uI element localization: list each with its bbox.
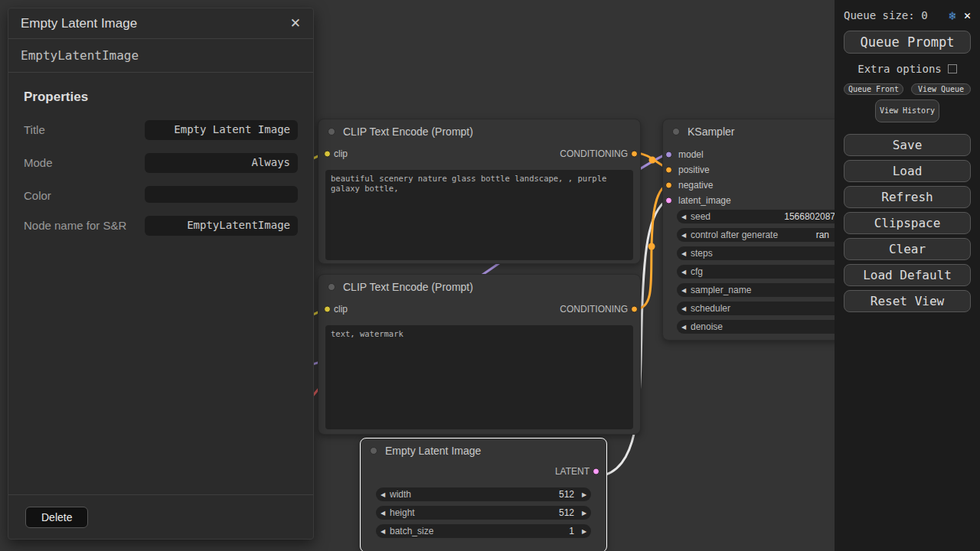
field-label: Mode xyxy=(24,153,53,169)
queue-size-label: Queue size: 0 xyxy=(844,9,949,21)
close-icon[interactable]: ✕ xyxy=(964,8,971,22)
increment-arrow-icon[interactable]: ▶ xyxy=(577,528,591,535)
negative-input-label: negative xyxy=(678,180,713,191)
color-input[interactable] xyxy=(145,186,298,203)
widget-cfg[interactable]: ◀ cfg xyxy=(677,265,857,279)
node-header[interactable]: CLIP Text Encode (Prompt) xyxy=(318,275,640,299)
clip-input-label: clip xyxy=(334,304,348,315)
field-label: Node name for S&R xyxy=(24,216,126,232)
widget-batch-size[interactable]: ◀ batch_size 1 ▶ xyxy=(376,524,591,538)
clear-button[interactable]: Clear xyxy=(844,238,971,260)
widget-seed[interactable]: ◀ seed 1566802087 xyxy=(677,210,857,223)
queue-front-button[interactable]: Queue Front xyxy=(844,83,903,95)
model-input-label: model xyxy=(678,149,704,160)
latent-output-dot[interactable] xyxy=(593,468,599,475)
decrement-arrow-icon[interactable]: ◀ xyxy=(677,232,691,239)
widget-sampler-name[interactable]: ◀ sampler_name xyxy=(677,283,857,297)
collapse-dot-icon[interactable] xyxy=(328,128,335,135)
widget-denoise[interactable]: ◀ denoise xyxy=(677,320,857,334)
decrement-arrow-icon[interactable]: ◀ xyxy=(677,287,691,294)
widget-scheduler[interactable]: ◀ scheduler xyxy=(677,302,857,315)
mode-input[interactable]: Always xyxy=(145,153,298,173)
widget-control-after-generate[interactable]: ◀ control after generate ran xyxy=(677,228,857,242)
positive-input-dot[interactable] xyxy=(665,167,672,174)
node-header[interactable]: CLIP Text Encode (Prompt) xyxy=(318,119,640,144)
decrement-arrow-icon[interactable]: ◀ xyxy=(376,491,390,498)
slot-row: clip CONDITIONING xyxy=(318,299,640,319)
field-mode: Mode Always xyxy=(24,153,298,173)
queue-prompt-button[interactable]: Queue Prompt xyxy=(844,31,971,54)
node-ksampler[interactable]: KSampler model positive negative latent_… xyxy=(662,119,861,341)
view-history-button[interactable]: View History xyxy=(875,99,939,122)
node-header[interactable]: Empty Latent Image xyxy=(361,439,606,463)
extra-options-label: Extra options xyxy=(858,63,942,75)
decrement-arrow-icon[interactable]: ◀ xyxy=(677,324,691,331)
increment-arrow-icon[interactable]: ▶ xyxy=(577,491,591,498)
field-label: Color xyxy=(24,186,51,202)
node-name-input[interactable]: EmptyLatentImage xyxy=(145,216,298,236)
properties-heading: Properties xyxy=(24,90,298,105)
collapse-dot-icon[interactable] xyxy=(672,128,680,135)
conditioning-output-dot[interactable] xyxy=(631,306,638,313)
slot-row: LATENT xyxy=(361,463,606,480)
wire-midpoint-dot xyxy=(649,157,656,164)
slot-row: positive xyxy=(663,162,861,178)
clipspace-button[interactable]: Clipspace xyxy=(844,212,971,234)
latent-image-input-dot[interactable] xyxy=(665,197,672,204)
field-title: Title Empty Latent Image xyxy=(24,120,298,140)
node-header[interactable]: KSampler xyxy=(663,119,861,144)
decrement-arrow-icon[interactable]: ◀ xyxy=(677,250,691,257)
clip-input-label: clip xyxy=(334,148,348,159)
refresh-button[interactable]: Refresh xyxy=(844,186,971,208)
prompt-textarea[interactable]: beautiful scenery nature glass bottle la… xyxy=(325,170,633,260)
node-class-name: EmptyLatentImage xyxy=(8,39,313,73)
wire-midpoint-dot xyxy=(648,243,655,250)
slot-row: clip CONDITIONING xyxy=(318,144,640,164)
positive-input-label: positive xyxy=(678,165,710,175)
decrement-arrow-icon[interactable]: ◀ xyxy=(677,214,691,220)
snowflake-icon[interactable]: ❄ xyxy=(949,8,956,23)
properties-panel: Empty Latent Image ✕ EmptyLatentImage Pr… xyxy=(8,8,314,540)
widget-width[interactable]: ◀ width 512 ▶ xyxy=(376,487,591,501)
node-title: Empty Latent Image xyxy=(385,445,481,457)
node-empty-latent-image[interactable]: Empty Latent Image LATENT ◀ width 512 ▶ … xyxy=(360,438,607,551)
load-button[interactable]: Load xyxy=(844,160,971,182)
increment-arrow-icon[interactable]: ▶ xyxy=(577,510,591,517)
conditioning-output-label: CONDITIONING xyxy=(560,304,628,315)
collapse-dot-icon[interactable] xyxy=(328,283,335,291)
collapse-dot-icon[interactable] xyxy=(370,447,377,455)
slot-row: latent_image xyxy=(663,193,861,208)
slot-row: model xyxy=(663,147,861,162)
field-color: Color xyxy=(24,186,298,203)
view-queue-button[interactable]: View Queue xyxy=(911,83,971,95)
extra-options-checkbox[interactable] xyxy=(948,64,957,73)
reset-view-button[interactable]: Reset View xyxy=(844,290,971,312)
decrement-arrow-icon[interactable]: ◀ xyxy=(677,269,691,276)
field-label: Title xyxy=(24,120,45,136)
ksampler-inputs: model positive negative latent_image xyxy=(663,147,861,208)
delete-button[interactable]: Delete xyxy=(25,507,88,528)
save-button[interactable]: Save xyxy=(844,134,971,156)
model-input-dot[interactable] xyxy=(665,152,672,158)
properties-panel-titlebar[interactable]: Empty Latent Image ✕ xyxy=(8,8,313,39)
slot-row: negative xyxy=(663,178,861,193)
conditioning-output-dot[interactable] xyxy=(631,151,638,158)
load-default-button[interactable]: Load Default xyxy=(844,264,971,286)
prompt-textarea[interactable]: text, watermark xyxy=(325,325,633,429)
decrement-arrow-icon[interactable]: ◀ xyxy=(376,528,390,535)
node-clip-text-encode-negative[interactable]: CLIP Text Encode (Prompt) clip CONDITION… xyxy=(318,274,641,435)
decrement-arrow-icon[interactable]: ◀ xyxy=(376,510,390,517)
comfyui-menu: Queue size: 0 ❄ ✕ Queue Prompt Extra opt… xyxy=(835,0,980,551)
clip-input-dot[interactable] xyxy=(324,151,331,158)
clip-input-dot[interactable] xyxy=(324,306,331,313)
close-icon[interactable]: ✕ xyxy=(290,15,301,31)
comfyui-canvas[interactable]: { "glyphs": { "left": "◀", "right": "▶",… xyxy=(0,0,980,551)
widget-steps[interactable]: ◀ steps xyxy=(677,246,857,260)
negative-input-dot[interactable] xyxy=(665,182,672,189)
node-title: CLIP Text Encode (Prompt) xyxy=(343,126,473,138)
widget-height[interactable]: ◀ height 512 ▶ xyxy=(376,506,591,520)
node-clip-text-encode-positive[interactable]: CLIP Text Encode (Prompt) clip CONDITION… xyxy=(318,119,641,264)
title-input[interactable]: Empty Latent Image xyxy=(145,120,298,140)
decrement-arrow-icon[interactable]: ◀ xyxy=(677,305,691,312)
panel-title: Empty Latent Image xyxy=(21,16,290,31)
